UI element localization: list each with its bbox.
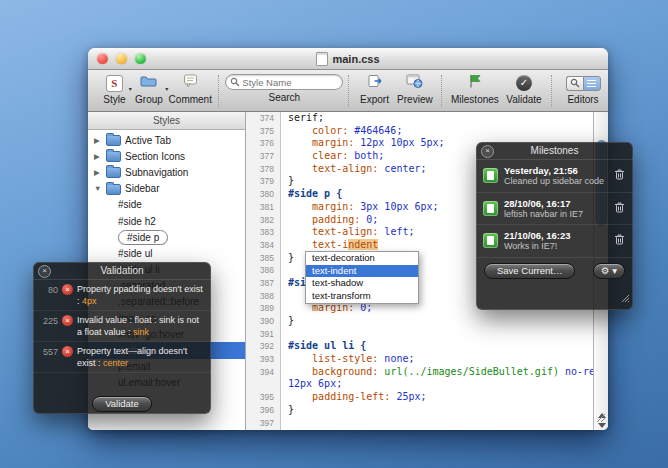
code-line[interactable]: 395 padding-left: 25px; [246, 391, 593, 404]
line-number: 395 [246, 391, 280, 404]
title-bar[interactable]: main.css [88, 48, 608, 70]
code-token: margin: [312, 137, 354, 148]
close-icon[interactable]: × [38, 265, 51, 278]
minimize-window-button[interactable] [116, 53, 127, 64]
code-token: #side p { [288, 188, 342, 199]
search-input[interactable] [240, 76, 336, 89]
code-line[interactable]: 396} [246, 404, 593, 417]
code-text: list-style: none; [281, 353, 414, 366]
autocomplete-item[interactable]: text-indent [306, 265, 418, 278]
autocomplete-item[interactable]: text-shadow [306, 277, 418, 290]
milestone-row[interactable]: Yesterday, 21:56Cleaned up sidebar code [476, 160, 633, 193]
code-line[interactable]: 397 [246, 417, 593, 430]
sidebar-group[interactable]: ▶Subnavigation [88, 164, 245, 180]
sidebar-group[interactable]: ▼Sidebar [88, 181, 245, 197]
code-text: clear: both; [281, 150, 384, 163]
trash-icon-button[interactable] [613, 201, 626, 216]
error-value: sink [133, 327, 149, 337]
gear-menu-button[interactable]: ⚙ ▾ [593, 263, 625, 279]
toolbar-style-button[interactable]: S ▾ Style [98, 73, 131, 109]
line-number [246, 378, 280, 391]
code-token: 3px 10px 6px; [360, 201, 438, 212]
toolbar-comment-button[interactable]: Comment [167, 73, 213, 109]
folder-icon [140, 74, 157, 92]
disclosure-triangle-icon[interactable]: ▶ [94, 152, 105, 161]
save-current-button[interactable]: Save Current… [484, 263, 575, 279]
zoom-editor-segment[interactable] [566, 76, 583, 91]
toolbar-validate-button[interactable]: ✓ Validate [502, 73, 546, 109]
code-text: text-indent [281, 239, 378, 252]
toolbar-separator [551, 75, 553, 107]
validation-row[interactable]: 225×Invalid value : float : sink is not … [33, 311, 211, 342]
disclosure-triangle-icon[interactable]: ▶ [94, 168, 105, 177]
code-token [288, 353, 312, 364]
milestone-badge-icon [483, 201, 498, 216]
autocomplete-item[interactable]: text-decoration [306, 252, 418, 265]
code-text [281, 417, 288, 430]
code-token: 0; [360, 302, 372, 313]
panel-resize-grip[interactable] [621, 289, 630, 307]
sidebar-item[interactable]: #side p [88, 229, 245, 245]
disclosure-triangle-icon[interactable]: ▼ [94, 184, 105, 193]
toolbar-editors-control[interactable]: Editors [558, 73, 608, 109]
toolbar-preview-button[interactable]: Preview [394, 73, 436, 109]
milestone-row[interactable]: 28/10/06, 16:17leftish navbar in IE7 [476, 193, 633, 226]
close-window-button[interactable] [97, 53, 108, 64]
sidebar-group[interactable]: ▶Active Tab [88, 132, 245, 148]
toolbar-milestones-label: Milestones [451, 94, 499, 105]
line-number: 397 [246, 417, 280, 430]
code-line[interactable]: 392#side ul li { [246, 340, 593, 353]
sidebar-item[interactable]: #side h2 [88, 213, 245, 229]
line-number: 391 [246, 328, 280, 341]
trash-icon-button[interactable] [613, 233, 626, 248]
search-icon [230, 73, 240, 91]
code-line[interactable]: 394 background: url(../images/SideBullet… [246, 366, 593, 379]
code-line[interactable]: 393 list-style: none; [246, 353, 593, 366]
code-text: padding: 0; [281, 214, 378, 227]
trash-icon-button[interactable] [613, 168, 626, 183]
validation-row[interactable]: 80×Property ppadding doesn't exist : 4px [33, 280, 211, 311]
line-number: 382 [246, 214, 280, 227]
code-text: margin: 12px 10px 5px; [281, 137, 445, 150]
code-line[interactable]: 391 [246, 328, 593, 341]
milestone-row[interactable]: 21/10/06, 16:23Works in IE7! [476, 225, 633, 258]
style-search-field[interactable] [225, 74, 343, 90]
code-token: margin: [312, 201, 354, 212]
validate-button[interactable]: Validate [92, 396, 152, 412]
code-line[interactable]: 390} [246, 315, 593, 328]
window-resize-grip[interactable] [596, 409, 606, 427]
sidebar-item[interactable]: #side [88, 197, 245, 213]
code-token: text-align: [312, 163, 378, 174]
code-text [281, 264, 288, 277]
code-token [288, 391, 312, 402]
code-token: url(../images/SideBullet.gif) [384, 366, 559, 377]
line-number: 379 [246, 175, 280, 188]
milestones-panel: × Milestones Yesterday, 21:56Cleaned up … [476, 142, 633, 310]
toolbar-group-button[interactable]: ▾ Group [131, 73, 168, 109]
autocomplete-item[interactable]: text-transform [306, 290, 418, 303]
toolbar-milestones-button[interactable]: Milestones [448, 73, 502, 109]
sidebar-group[interactable]: ▶Section Icons [88, 148, 245, 164]
code-text: } [281, 175, 294, 188]
disclosure-triangle-icon[interactable]: ▶ [94, 136, 105, 145]
error-icon: × [62, 284, 73, 295]
zoom-window-button[interactable] [135, 53, 146, 64]
code-token: ndent [348, 239, 378, 250]
toolbar-export-button[interactable]: Export [355, 73, 393, 109]
code-text: #side ul li { [281, 340, 366, 353]
sidebar-item[interactable]: #side ul [88, 245, 245, 261]
code-token: } [288, 404, 294, 415]
code-line[interactable]: 375 color: #464646; [246, 125, 593, 138]
code-token: } [288, 175, 294, 186]
code-line[interactable]: 12px 6px; [246, 378, 593, 391]
list-editor-segment[interactable] [583, 76, 601, 91]
code-line[interactable]: 374serif; [246, 112, 593, 125]
milestone-date: Yesterday, 21:56 [504, 165, 607, 176]
error-icon: × [62, 346, 73, 357]
code-text [281, 328, 288, 341]
code-token: } [288, 315, 294, 326]
close-icon[interactable]: × [481, 145, 494, 158]
validation-row[interactable]: 557×Property text—align doesn't exist : … [33, 342, 211, 373]
error-line-number: 80 [38, 284, 58, 307]
code-text: serif; [281, 112, 324, 125]
